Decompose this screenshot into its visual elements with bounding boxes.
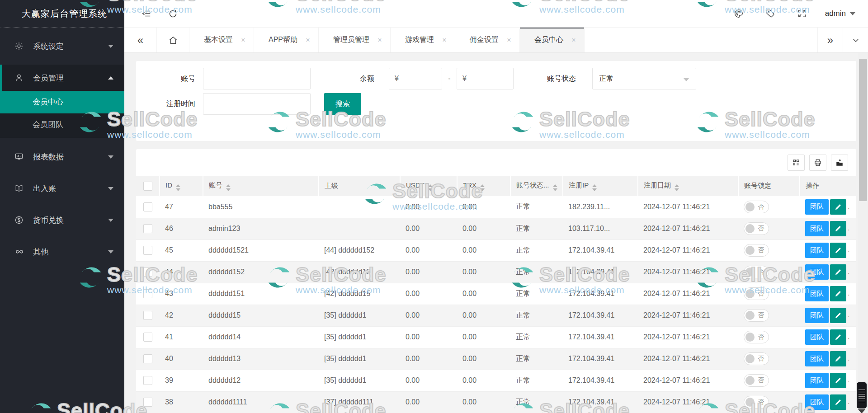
team-button[interactable]: 团队 xyxy=(805,199,829,215)
lock-toggle[interactable]: 否 xyxy=(744,287,769,300)
sidebar-item-currency-exchange[interactable]: 货币兑换 xyxy=(0,207,124,233)
tab-close-icon[interactable]: × xyxy=(440,36,448,44)
toggle-label: 否 xyxy=(758,376,764,385)
lock-toggle[interactable]: 否 xyxy=(744,266,769,278)
collapse-sidebar-icon[interactable] xyxy=(138,5,155,22)
scroll-down-icon[interactable] xyxy=(858,409,865,413)
team-button[interactable]: 团队 xyxy=(805,394,829,410)
edit-button[interactable] xyxy=(830,199,846,215)
lock-toggle[interactable]: 否 xyxy=(744,244,769,257)
search-button[interactable]: 搜索 xyxy=(324,93,361,115)
account-status-select[interactable]: 正常 xyxy=(592,68,696,89)
tag-icon[interactable] xyxy=(762,5,779,22)
account-input[interactable] xyxy=(203,68,311,89)
team-button[interactable]: 团队 xyxy=(805,243,829,258)
row-checkbox[interactable] xyxy=(143,246,152,255)
row-checkbox[interactable] xyxy=(143,202,152,211)
edit-button[interactable] xyxy=(830,286,846,301)
col-trx[interactable]: TRX xyxy=(457,176,510,196)
sort-icon[interactable] xyxy=(592,184,597,191)
tab-close-icon[interactable]: × xyxy=(304,36,312,44)
lock-toggle[interactable]: 否 xyxy=(744,309,769,322)
tab-close-icon[interactable]: × xyxy=(239,36,247,44)
tab-游戏管理[interactable]: 游戏管理× xyxy=(391,28,455,52)
lock-toggle[interactable]: 否 xyxy=(744,331,769,343)
row-checkbox[interactable] xyxy=(143,224,152,233)
tabs-menu-button[interactable] xyxy=(843,28,868,52)
edit-button[interactable] xyxy=(830,394,846,410)
edit-button[interactable] xyxy=(830,373,846,388)
sidebar-item-member-management[interactable]: 会员管理 xyxy=(0,65,124,91)
sidebar-item-other[interactable]: 其他 xyxy=(0,239,124,265)
col-ip[interactable]: 注册IP xyxy=(563,176,638,196)
tabs-scroll-right-button[interactable]: » xyxy=(817,28,843,52)
edit-button[interactable] xyxy=(830,243,846,258)
print-button[interactable] xyxy=(809,155,826,171)
team-button[interactable]: 团队 xyxy=(805,286,829,301)
col-id[interactable]: ID xyxy=(160,176,203,196)
team-button[interactable]: 团队 xyxy=(805,221,829,236)
tab-基本设置[interactable]: 基本设置× xyxy=(189,28,254,52)
row-checkbox[interactable] xyxy=(143,376,152,385)
team-button[interactable]: 团队 xyxy=(805,264,829,280)
lock-toggle[interactable]: 否 xyxy=(744,396,769,408)
sidebar-item-in-out-accounts[interactable]: 出入账 xyxy=(0,175,124,202)
vertical-scrollbar-thumb[interactable] xyxy=(859,59,867,201)
export-button[interactable] xyxy=(831,155,848,171)
row-checkbox[interactable] xyxy=(143,311,152,320)
col-usdt[interactable]: USDT xyxy=(400,176,457,196)
tab-close-icon[interactable]: × xyxy=(376,36,384,44)
sidebar-item-system-settings[interactable]: 系统设定 xyxy=(0,33,124,59)
tab-佣金设置[interactable]: 佣金设置× xyxy=(455,28,520,52)
tab-会员中心[interactable]: 会员中心× xyxy=(520,28,585,52)
row-checkbox[interactable] xyxy=(143,268,152,277)
edit-button[interactable] xyxy=(830,221,846,236)
sort-icon[interactable] xyxy=(176,184,180,191)
row-checkbox[interactable] xyxy=(143,398,152,407)
row-checkbox[interactable] xyxy=(143,354,152,363)
sort-icon[interactable] xyxy=(675,184,679,191)
select-all-checkbox[interactable] xyxy=(143,182,152,191)
home-tab-button[interactable] xyxy=(157,28,189,52)
row-locked-cell: 否 xyxy=(738,391,800,413)
sidebar-item-member-team[interactable]: 会员团队 xyxy=(0,113,124,136)
col-date[interactable]: 注册日期 xyxy=(638,176,738,196)
team-button[interactable]: 团队 xyxy=(805,373,829,388)
team-button[interactable]: 团队 xyxy=(805,329,829,345)
lock-toggle[interactable]: 否 xyxy=(744,352,769,365)
lock-toggle[interactable]: 否 xyxy=(744,222,769,235)
edit-button[interactable] xyxy=(830,329,846,345)
sort-icon[interactable] xyxy=(428,184,433,191)
row-checkbox[interactable] xyxy=(143,289,152,298)
scroll-widget[interactable] xyxy=(857,382,867,408)
sidebar-item-report-data[interactable]: 报表数据 xyxy=(0,144,124,170)
refresh-icon[interactable] xyxy=(164,5,181,22)
tab-APP帮助[interactable]: APP帮助× xyxy=(254,28,319,52)
edit-button[interactable] xyxy=(830,308,846,323)
tab-close-icon[interactable]: × xyxy=(570,36,578,44)
regtime-input[interactable] xyxy=(203,93,311,115)
columns-filter-button[interactable] xyxy=(788,155,805,171)
edit-button[interactable] xyxy=(830,351,846,366)
team-button[interactable]: 团队 xyxy=(805,351,829,366)
sort-icon[interactable] xyxy=(480,184,485,191)
row-checkbox[interactable] xyxy=(143,333,152,342)
theme-palette-icon[interactable] xyxy=(730,5,747,22)
sort-icon[interactable] xyxy=(226,184,231,191)
col-status[interactable]: 账号状态... xyxy=(510,176,563,196)
table-row: 47bba5550.000.00正常182.239.11...2024-12-0… xyxy=(136,196,856,218)
edit-button[interactable] xyxy=(830,264,846,280)
team-button[interactable]: 团队 xyxy=(805,308,829,323)
lock-toggle[interactable]: 否 xyxy=(744,374,769,387)
tab-close-icon[interactable]: × xyxy=(505,36,513,44)
fullscreen-icon[interactable] xyxy=(793,5,811,22)
sort-icon[interactable] xyxy=(553,184,557,191)
row-trx: 0.00 xyxy=(457,370,510,391)
ops-more-indicator: . xyxy=(848,289,849,297)
col-account[interactable]: 账号 xyxy=(203,176,319,196)
tab-管理员管理[interactable]: 管理员管理× xyxy=(319,28,391,52)
user-menu[interactable]: admin xyxy=(825,9,855,18)
tabs-scroll-left-button[interactable]: « xyxy=(124,28,157,52)
sidebar-item-member-center[interactable]: 会员中心 xyxy=(0,91,124,113)
lock-toggle[interactable]: 否 xyxy=(744,201,769,213)
